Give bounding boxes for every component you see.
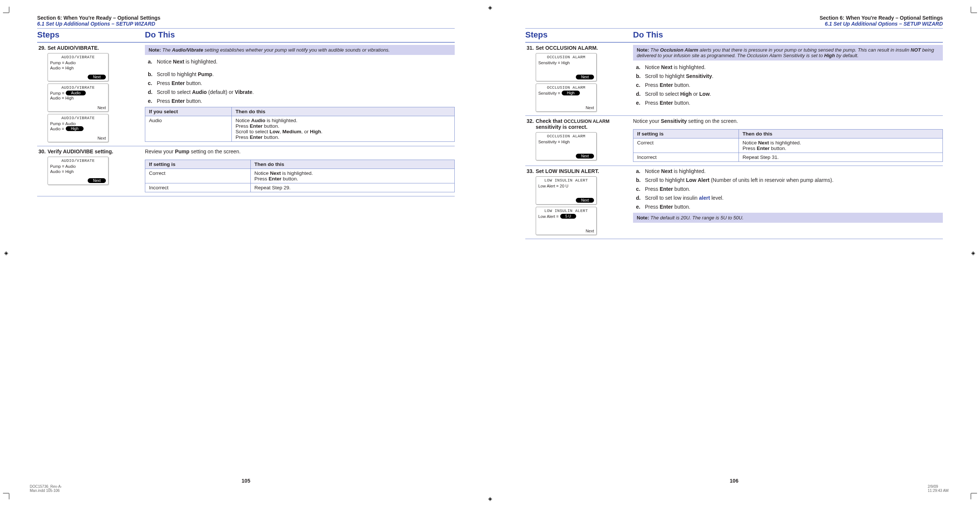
label: Audio = xyxy=(50,127,64,131)
list-item: d.Scroll to select Audio (default) or Vi… xyxy=(148,89,455,95)
imprint-footer: DOC15736_Rev-A-Man.indd 105-106 2/9/09 1… xyxy=(30,484,950,493)
section-title: Section 6: When You're Ready – Optional … xyxy=(525,15,943,21)
page-header: Section 6: When You're Ready – Optional … xyxy=(37,15,455,27)
page-number: 106 xyxy=(525,478,943,484)
list-item: a.Notice Next is highlighted. xyxy=(636,168,943,174)
screen-line: Pump = Audio xyxy=(50,164,106,169)
list-item: b.Scroll to highlight Low Alert (Number … xyxy=(636,177,943,183)
item-text: Scroll to highlight Sensitivity. xyxy=(645,73,943,79)
page-number: 105 xyxy=(37,478,455,484)
marker: d. xyxy=(148,89,157,95)
screen-bottom: Next xyxy=(50,178,106,183)
screen-line: Low Alert =5 U xyxy=(538,214,594,219)
page-header: Section 6: When You're Ready – Optional … xyxy=(525,15,943,27)
step-number: 32. xyxy=(525,118,536,130)
list-item: a.Notice Next is highlighted. xyxy=(148,59,455,65)
crop-mark xyxy=(971,493,971,499)
marker: d. xyxy=(636,195,645,201)
note-text: The default is 20U. The range is 5U to 5… xyxy=(649,215,743,220)
item-text: Scroll to select High or Low. xyxy=(645,91,943,97)
screen-title: OCCLUSION ALARM xyxy=(538,86,594,90)
step-title-column: 31. Set OCCLUSION ALARM. OCCLUSION ALARM… xyxy=(525,45,633,112)
screen-bottom: Next xyxy=(50,75,106,79)
list-item: d.Scroll to select High or Low. xyxy=(636,91,943,97)
setting-table: If setting isThen do this Correct Notice… xyxy=(145,160,455,192)
pump-screen: AUDIO/VIBRATE Pump = Audio Audio = High … xyxy=(48,157,108,185)
intro-text: Notice your Sensitivity setting on the s… xyxy=(633,118,943,124)
pump-screen: LOW INSULIN ALERT Low Alert =5 U Next xyxy=(536,207,597,235)
table-header: If setting is xyxy=(633,130,739,138)
crop-mark xyxy=(971,7,971,13)
screen-bottom: Next xyxy=(538,154,594,159)
section-subtitle: 6.1 Set Up Additional Options – SETUP WI… xyxy=(525,21,943,27)
note-bold: Audio/Vibrate xyxy=(172,47,203,53)
screen-line: Sensitivity =High xyxy=(538,90,594,95)
instruction-list: a.Notice Next is highlighted. b.Scroll t… xyxy=(633,64,943,106)
marker: a. xyxy=(636,168,645,174)
screen-bottom: Next xyxy=(50,136,106,140)
next-pill: Next xyxy=(576,198,594,203)
step-title-column: 30. Verify AUDIO/VIBE setting. AUDIO/VIB… xyxy=(37,149,145,192)
screen-line: Low Alert = 20 U xyxy=(538,183,594,189)
screen-bottom: Next xyxy=(50,105,106,110)
marker: e. xyxy=(636,204,645,210)
table-cell: Correct xyxy=(145,169,251,183)
next-pill: Next xyxy=(88,178,106,183)
screen-mockups: LOW INSULIN ALERT Low Alert = 20 U Next … xyxy=(525,176,628,235)
instruction-list: a.Notice Next is highlighted. b.Scroll t… xyxy=(145,59,455,104)
screen-line: Pump = Audio xyxy=(50,60,106,65)
table-row: Audio Notice Audio is highlighted. Press… xyxy=(145,116,455,142)
selected-pill: High xyxy=(562,90,580,95)
step-text: Check that OCCLUSION ALARM sensitivity i… xyxy=(536,118,628,130)
item-text: Scroll to set low insulin alert level. xyxy=(645,195,943,201)
page-content: 29. Set AUDIO/VIBRATE. AUDIO/VIBRATE Pum… xyxy=(37,43,455,472)
item-text: Press Enter button. xyxy=(157,98,455,104)
screen-bottom: Next xyxy=(538,105,594,110)
screen-mockups: AUDIO/VIBRATE Pump = Audio Audio = High … xyxy=(37,157,140,185)
marker: a. xyxy=(148,59,157,65)
screen-title: LOW INSULIN ALERT xyxy=(538,178,594,182)
screen-bottom: Next xyxy=(538,75,594,79)
step-title: 31. Set OCCLUSION ALARM. xyxy=(525,45,628,51)
step-31-row: 31. Set OCCLUSION ALARM. OCCLUSION ALARM… xyxy=(525,43,943,116)
page-spread: Section 6: When You're Ready – Optional … xyxy=(0,0,980,506)
steps-column-header: Steps xyxy=(525,30,633,40)
marker: b. xyxy=(636,73,645,79)
screen-mockups: AUDIO/VIBRATE Pump = Audio Audio = High … xyxy=(37,53,140,142)
note-text: alerts you that there is pressure in you… xyxy=(698,47,911,53)
screen-line: Audio =High xyxy=(50,126,106,131)
step-title-column: 29. Set AUDIO/VIBRATE. AUDIO/VIBRATE Pum… xyxy=(37,45,145,142)
pump-screen: OCCLUSION ALARM Sensitivity = High Next xyxy=(536,132,597,160)
table-row: Correct Notice Next is highlighted. Pres… xyxy=(633,138,943,153)
marker: b. xyxy=(636,177,645,183)
column-headers: Steps Do This xyxy=(37,28,455,43)
do-this-column-header: Do This xyxy=(145,30,455,40)
do-this-column: Review your Pump setting on the screen. … xyxy=(145,149,455,192)
screen-mockups: OCCLUSION ALARM Sensitivity = High Next xyxy=(525,132,628,160)
pump-screen: AUDIO/VIBRATE Pump =Audio Audio = High N… xyxy=(48,84,108,112)
list-item: e.Press Enter button. xyxy=(148,98,455,104)
table-header: If setting is xyxy=(145,160,251,169)
note-bold: High xyxy=(824,53,835,58)
note-label: Note: xyxy=(637,47,649,53)
screen-line: Sensitivity = High xyxy=(538,139,594,144)
do-this-column: Notice your Sensitivity setting on the s… xyxy=(633,118,943,162)
table-row: Correct Notice Next is highlighted. Pres… xyxy=(145,169,455,183)
table-cell: Repeat Step 29. xyxy=(250,183,454,192)
step-number: 31. xyxy=(525,45,536,51)
screen-line: Audio = High xyxy=(50,95,106,101)
table-cell: Notice Audio is highlighted. Press Enter… xyxy=(231,116,454,142)
table-cell: Correct xyxy=(633,138,739,153)
pump-screen: LOW INSULIN ALERT Low Alert = 20 U Next xyxy=(536,176,597,205)
crop-mark xyxy=(3,13,9,13)
screen-line: Pump = Audio xyxy=(50,121,106,126)
do-this-column-header: Do This xyxy=(633,30,943,40)
marker: c. xyxy=(148,80,157,86)
do-this-column: Note: The Audio/Vibrate setting establis… xyxy=(145,45,455,142)
note-box: Note: The default is 20U. The range is 5… xyxy=(633,213,943,223)
table-cell: Repeat Step 31. xyxy=(738,153,942,162)
next-pill: Next xyxy=(88,75,106,79)
registration-mark-icon: ◈ xyxy=(488,496,492,501)
intro-text: Review your Pump setting on the screen. xyxy=(145,149,455,154)
step-text: Verify AUDIO/VIBE setting. xyxy=(48,149,140,154)
